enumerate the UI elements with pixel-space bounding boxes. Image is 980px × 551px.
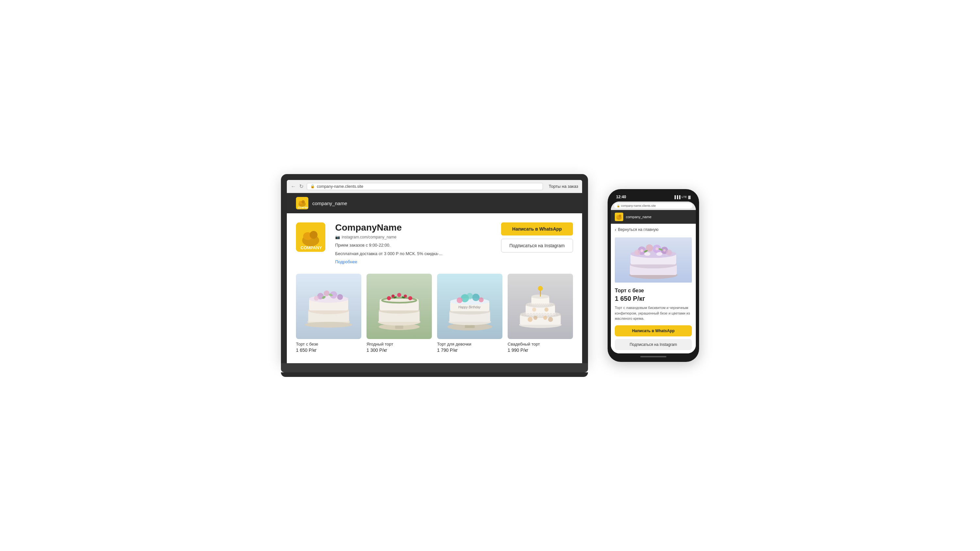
more-link[interactable]: Подробнее <box>335 259 357 264</box>
phone-mockup: 12:40 ▐▐▐ LTE ▓ 🔒 company-name.clients.s… <box>608 189 699 362</box>
back-nav-label: Вернуться на главную <box>618 227 659 232</box>
product-price-2: 1 300 Р/кг <box>366 348 432 353</box>
company-title: CompanyName <box>335 222 491 233</box>
svg-point-71 <box>532 308 536 312</box>
svg-point-52 <box>457 297 463 303</box>
product-card-3[interactable]: Happy Birthday Торт для девочки 1 790 Р/… <box>437 274 503 353</box>
company-logo-svg: COMPANY <box>296 197 309 210</box>
company-logo-large: COMPANY <box>296 222 325 252</box>
products-grid: Торт с безе 1 650 Р/кг <box>296 274 573 353</box>
company-actions: Написать в WhatsApp Подписаться на Insta… <box>501 222 573 265</box>
svg-point-20 <box>314 296 319 301</box>
phone-cake-svg <box>615 235 692 284</box>
svg-point-37 <box>408 296 412 300</box>
svg-point-66 <box>538 286 543 291</box>
svg-point-97 <box>656 252 662 256</box>
svg-point-68 <box>533 316 538 320</box>
laptop-mockup: ← ↻ 🔒 company-name.clients.site Торты на… <box>281 174 588 377</box>
product-price-4: 1 990 Р/кг <box>508 348 573 353</box>
phone-site-header: company_name <box>611 210 696 224</box>
svg-text:COMPANY: COMPANY <box>298 206 309 209</box>
svg-point-23 <box>305 322 353 328</box>
phone-product-name: Торт с безе <box>615 288 692 294</box>
product-name-1: Торт с безе <box>296 341 361 346</box>
phone-back-nav[interactable]: ‹ Вернуться на главную <box>615 227 692 232</box>
signal-icon: ▐▐▐ <box>674 195 681 199</box>
svg-point-72 <box>544 308 549 312</box>
refresh-button[interactable]: ↻ <box>299 183 304 189</box>
company-logo: COMPANY <box>296 222 325 252</box>
instagram-button[interactable]: Подписаться на Instagram <box>501 239 573 252</box>
svg-point-8 <box>310 231 318 239</box>
product-card-1[interactable]: Торт с безе 1 650 Р/кг <box>296 274 361 353</box>
svg-point-92 <box>655 248 658 251</box>
back-button[interactable]: ← <box>291 184 296 189</box>
phone-company-name: company_name <box>626 215 651 219</box>
site-content: COMPANY CompanyName 📷 instagram.com/comp… <box>287 213 582 363</box>
svg-text:Happy Birthday: Happy Birthday <box>458 305 481 309</box>
lock-icon: 🔒 <box>310 184 315 189</box>
whatsapp-button[interactable]: Написать в WhatsApp <box>501 222 573 235</box>
product-name-3: Торт для девочки <box>437 341 503 346</box>
back-arrow-icon: ‹ <box>615 227 616 232</box>
phone-product-image <box>615 235 692 284</box>
battery-icon: ▓ <box>688 195 690 199</box>
phone-product-detail: ‹ Вернуться на главную <box>611 224 696 353</box>
svg-point-90 <box>666 249 672 256</box>
product-img-4 <box>508 274 573 339</box>
svg-text:COMPANY: COMPANY <box>301 245 322 250</box>
phone-product-price: 1 650 Р/кг <box>615 295 692 302</box>
browser-page-title: Торты на заказ <box>549 184 578 189</box>
phone-lock-icon: 🔒 <box>617 205 620 207</box>
company-instagram: 📷 instagram.com/company_name <box>335 235 491 240</box>
company-desc-2: Бесплатная доставка от 3 000 Р по МСК. 5… <box>335 251 491 257</box>
browser-chrome: ← ↻ 🔒 company-name.clients.site Торты на… <box>287 180 582 193</box>
address-bar[interactable]: 🔒 company-name.clients.site <box>307 183 543 190</box>
product-name-4: Свадебный торт <box>508 341 573 346</box>
svg-point-96 <box>644 252 650 256</box>
phone-logo-svg <box>615 213 623 221</box>
home-indicator <box>640 356 667 357</box>
svg-point-17 <box>324 291 329 296</box>
svg-point-51 <box>466 293 473 300</box>
lte-label: LTE <box>682 195 687 198</box>
company-info: CompanyName 📷 instagram.com/company_name… <box>335 222 491 265</box>
product-price-1: 1 650 Р/кг <box>296 348 361 353</box>
phone-status-icons: ▐▐▐ LTE ▓ <box>674 195 690 199</box>
svg-point-67 <box>528 317 533 322</box>
product-name-2: Ягодный торт <box>366 341 432 346</box>
site-company-name-label: company_name <box>312 200 347 206</box>
svg-point-93 <box>663 249 665 251</box>
svg-point-91 <box>640 249 643 252</box>
product-img-1 <box>296 274 361 339</box>
svg-point-3 <box>302 200 305 203</box>
company-header: COMPANY CompanyName 📷 instagram.com/comp… <box>296 222 573 265</box>
phone-instagram-button[interactable]: Подписаться на Instagram <box>615 339 692 350</box>
phone-time: 12:40 <box>616 195 626 199</box>
phone-product-desc: Торт с лавандовым бисквитом и черничным … <box>615 305 692 321</box>
svg-point-89 <box>635 249 640 256</box>
address-url: company-name.clients.site <box>317 184 363 189</box>
phone-browser-bar: 🔒 company-name.clients.site <box>611 202 696 210</box>
phone-address-bar[interactable]: 🔒 company-name.clients.site <box>614 203 692 208</box>
instagram-icon: 📷 <box>335 235 340 240</box>
svg-point-53 <box>479 297 484 302</box>
product-img-2 <box>366 274 432 339</box>
product-card-4[interactable]: Свадебный торт 1 990 Р/кг <box>508 274 573 353</box>
product-card-2[interactable]: Ягодный торт 1 300 Р/кг <box>366 274 432 353</box>
svg-point-69 <box>543 316 547 320</box>
product-price-3: 1 790 Р/кг <box>437 348 503 353</box>
svg-point-50 <box>473 294 480 301</box>
svg-point-35 <box>397 293 401 297</box>
site-logo-box: COMPANY <box>296 197 309 210</box>
phone-whatsapp-button[interactable]: Написать в WhatsApp <box>615 325 692 337</box>
svg-point-19 <box>337 294 343 300</box>
phone-logo-box <box>615 213 623 221</box>
svg-point-70 <box>548 317 553 322</box>
phone-url: company-name.clients.site <box>621 204 656 207</box>
product-img-3: Happy Birthday <box>437 274 503 339</box>
site-header: COMPANY company_name <box>287 193 582 213</box>
svg-point-78 <box>619 214 621 217</box>
svg-point-33 <box>387 296 391 300</box>
company-desc-1: Прием заказов с 9:00-22:00. <box>335 242 491 249</box>
